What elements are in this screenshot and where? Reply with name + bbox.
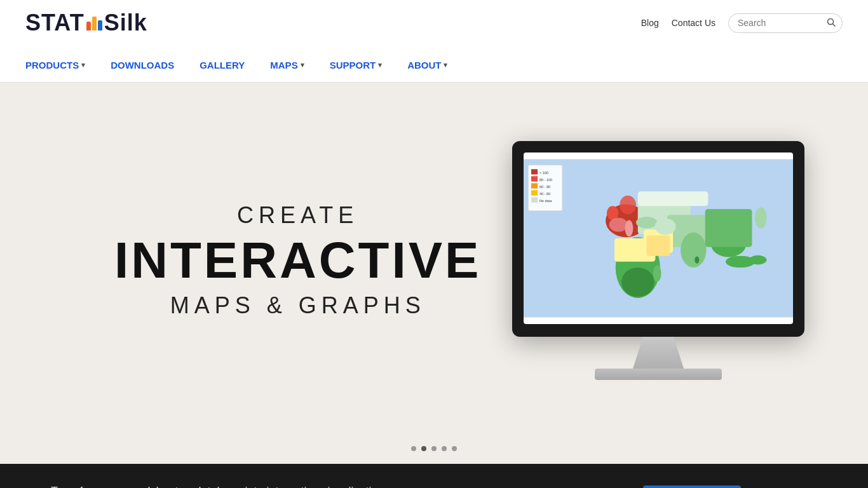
- header-right: Blog Contact Us: [641, 13, 843, 33]
- svg-point-20: [749, 255, 767, 265]
- svg-text:60 - 80: 60 - 80: [539, 185, 550, 189]
- hero-text: CREATE INTERACTIVE MAPS & GRAPHS: [114, 202, 481, 319]
- header-top: STAT Silk Blog Contact Us: [25, 0, 843, 36]
- svg-point-24: [654, 219, 675, 235]
- carousel-dots: [0, 438, 868, 464]
- svg-rect-16: [638, 191, 709, 206]
- svg-point-17: [621, 268, 654, 297]
- monitor-screen: > 100 80 - 100 60 - 80 40 - 60 No data: [524, 152, 793, 324]
- monitor-stand-top: [633, 337, 684, 369]
- nav-about[interactable]: ABOUT ▾: [395, 56, 460, 74]
- monitor: > 100 80 - 100 60 - 80 40 - 60 No data: [499, 141, 817, 380]
- banner-text-line1: Transform a spreadsheet or database into…: [51, 483, 390, 488]
- svg-point-23: [636, 217, 657, 228]
- bar-2-icon: [92, 17, 97, 30]
- svg-text:> 100: > 100: [539, 171, 548, 175]
- svg-rect-27: [531, 169, 538, 174]
- dot-3[interactable]: [431, 446, 437, 451]
- svg-rect-31: [531, 183, 538, 188]
- hero-section: CREATE INTERACTIVE MAPS & GRAPHS: [0, 83, 868, 438]
- main-nav: PRODUCTS ▾ DOWNLOADS GALLERY MAPS ▾ SUPP…: [25, 56, 843, 82]
- svg-text:80 - 100: 80 - 100: [539, 178, 552, 182]
- svg-rect-15: [647, 235, 670, 255]
- svg-point-6: [620, 196, 636, 214]
- svg-point-22: [625, 220, 633, 236]
- hero-interactive-label: INTERACTIVE: [114, 235, 481, 286]
- svg-point-25: [695, 257, 699, 264]
- logo-text: STAT Silk: [25, 10, 147, 36]
- try-demo-button[interactable]: Try the Demo!: [643, 485, 742, 488]
- world-map: > 100 80 - 100 60 - 80 40 - 60 No data: [524, 152, 793, 324]
- logo-stat: STAT: [25, 10, 85, 36]
- svg-rect-33: [531, 190, 538, 195]
- nav-gallery[interactable]: GALLERY: [187, 56, 257, 74]
- banner-description: Transform a spreadsheet or database into…: [51, 483, 390, 488]
- search-button[interactable]: [827, 18, 836, 29]
- chevron-down-icon: ▾: [444, 61, 447, 69]
- monitor-outer: > 100 80 - 100 60 - 80 40 - 60 No data: [512, 141, 804, 337]
- nav-downloads[interactable]: DOWNLOADS: [98, 56, 187, 74]
- dot-4[interactable]: [442, 446, 447, 451]
- bottom-banner: Transform a spreadsheet or database into…: [0, 464, 868, 488]
- svg-line-1: [833, 24, 836, 26]
- svg-rect-35: [531, 197, 538, 202]
- chevron-down-icon: ▾: [301, 61, 304, 69]
- search-box: [728, 13, 843, 33]
- svg-text:40 - 60: 40 - 60: [539, 192, 550, 196]
- logo-silk: Silk: [104, 10, 147, 36]
- svg-text:No data: No data: [539, 199, 552, 203]
- site-header: STAT Silk Blog Contact Us: [0, 0, 868, 83]
- svg-point-10: [681, 233, 707, 268]
- dot-1[interactable]: [411, 446, 416, 451]
- chevron-down-icon: ▾: [378, 61, 382, 69]
- logo[interactable]: STAT Silk: [25, 10, 147, 36]
- dot-5[interactable]: [452, 446, 457, 451]
- search-input[interactable]: [738, 18, 827, 28]
- search-icon: [827, 18, 836, 27]
- nav-maps[interactable]: MAPS ▾: [257, 56, 316, 74]
- monitor-stand-base: [595, 369, 722, 380]
- blog-link[interactable]: Blog: [641, 18, 659, 28]
- chevron-down-icon: ▾: [81, 61, 85, 69]
- svg-rect-29: [531, 176, 538, 181]
- logo-icon: [86, 13, 102, 30]
- contact-us-link[interactable]: Contact Us: [672, 18, 715, 28]
- dot-2[interactable]: [421, 446, 426, 451]
- svg-rect-12: [705, 209, 752, 247]
- hero-create-label: CREATE: [114, 202, 481, 229]
- nav-support[interactable]: SUPPORT ▾: [317, 56, 395, 74]
- svg-point-13: [755, 207, 766, 228]
- hero-maps-label: MAPS & GRAPHS: [114, 292, 481, 319]
- banner-right: Try the Demo! or learn more.: [643, 485, 817, 488]
- svg-point-18: [653, 265, 661, 281]
- bar-3-icon: [98, 20, 102, 30]
- bar-1-icon: [86, 22, 91, 30]
- nav-products[interactable]: PRODUCTS ▾: [25, 56, 98, 74]
